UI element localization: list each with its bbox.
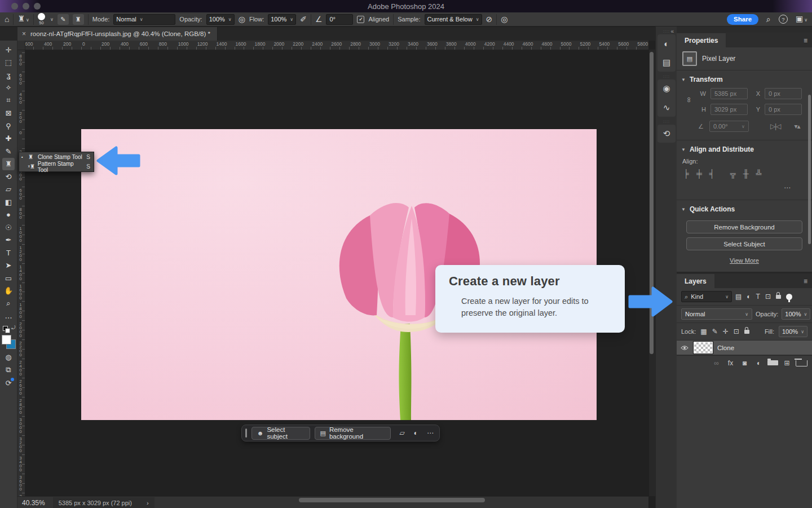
tool-spot-healing-brush[interactable]: ✚ <box>2 132 15 145</box>
tool-zoom[interactable]: ⌕ <box>2 297 15 310</box>
tool-clone-stamp[interactable]: ♜ <box>2 158 15 171</box>
tool-gradient[interactable]: ◧ <box>2 196 15 209</box>
lock-paint-icon[interactable]: ✎ <box>712 328 718 335</box>
filter-type-icon[interactable]: T <box>756 293 760 301</box>
panel-menu-icon[interactable]: ≡ <box>804 277 807 285</box>
tool-eyedropper[interactable]: ⚲ <box>2 120 15 132</box>
swap-colors-icon[interactable]: ⤾ <box>11 325 16 331</box>
clone-source-panel-icon[interactable]: ♜ <box>73 14 84 25</box>
taskbar-drag-handle[interactable] <box>245 429 247 438</box>
foreground-color-swatch[interactable] <box>2 335 11 344</box>
current-tool-icon[interactable]: ♜∨ <box>17 12 29 27</box>
layer-thumbnail[interactable] <box>694 342 713 354</box>
vertical-ruler[interactable]: 8006004002000200400600800100012001400160… <box>17 50 25 496</box>
flyout-item-pattern-stamp[interactable]: ˣ♜ Pattern Stamp Tool S <box>19 162 94 171</box>
default-colors-icon[interactable]: ⤾ <box>3 326 12 333</box>
sample-select[interactable]: Current & Below <box>425 14 482 25</box>
angle-select[interactable]: 0.00° ∨ <box>709 121 749 132</box>
airbrush-icon[interactable]: ✐ <box>300 12 307 26</box>
mode-select[interactable]: Normal <box>113 14 175 25</box>
transform-icon[interactable]: ▱ <box>400 429 405 437</box>
share-button[interactable]: Share <box>727 14 758 25</box>
brush-preset-picker[interactable]: 50 <box>38 13 45 25</box>
tool-lasso[interactable]: ʓ <box>2 69 15 82</box>
horizontal-scrollbar-thumb[interactable] <box>299 498 485 502</box>
pressure-size-icon[interactable]: ◎ <box>501 12 508 26</box>
align-right-icon[interactable]: ╡ <box>709 169 715 178</box>
workspace-icon[interactable]: ▣∨ <box>796 12 807 27</box>
layer-name[interactable]: Clone <box>717 344 734 351</box>
more-options-icon[interactable]: ⋯ <box>427 429 434 437</box>
lock-transparency-icon[interactable]: ▦ <box>700 328 707 335</box>
collapse-panels-icon[interactable]: « <box>670 28 674 34</box>
document-info[interactable]: 5385 px x 3029 px (72 ppi) › <box>53 497 155 508</box>
tab-properties[interactable]: Properties <box>677 33 726 47</box>
remove-background-button[interactable]: ▤ Remove background <box>315 427 391 440</box>
layer-row-clone[interactable]: Clone <box>677 341 812 355</box>
angle-input[interactable]: 0° <box>326 14 353 25</box>
view-more-link[interactable]: View More <box>677 257 812 264</box>
screen-mode-icon[interactable]: ⧉ <box>2 364 15 377</box>
tool-type[interactable]: T <box>2 246 15 259</box>
adjustments-icon[interactable]: ◐ <box>660 37 673 50</box>
quick-mask-icon[interactable]: ◍ <box>2 351 15 364</box>
tool-brush[interactable]: ✎ <box>2 145 15 158</box>
select-subject-button[interactable]: ☻ Select subject <box>251 427 310 440</box>
new-layer-icon[interactable]: ⊞ <box>782 359 792 367</box>
remove-background-quick-button[interactable]: Remove Background <box>686 220 802 233</box>
tool-eraser[interactable]: ▱ <box>2 183 15 196</box>
tool-rectangle[interactable]: ▭ <box>2 272 15 285</box>
tool-hand[interactable]: ✋ <box>2 285 15 298</box>
x-input[interactable]: 0 px <box>765 88 802 99</box>
tool-move[interactable]: ✛ <box>2 43 15 56</box>
transform-section-header[interactable]: ▼ Transform <box>677 70 812 87</box>
flow-select[interactable]: 100% <box>268 14 296 25</box>
tool-pen[interactable]: ✒ <box>2 234 15 247</box>
zoom-level-value[interactable]: 40.35% <box>22 499 45 507</box>
adjustment-layer-icon[interactable]: ◐ <box>753 359 764 367</box>
height-input[interactable]: 3029 px <box>710 104 748 115</box>
layer-fill-select[interactable]: 100% <box>779 326 807 337</box>
tool-dodge[interactable]: ☉ <box>2 221 15 234</box>
filter-shape-icon[interactable]: ⊡ <box>765 293 771 301</box>
color-icon[interactable]: ◉ <box>660 82 673 95</box>
filter-smart-object-icon[interactable] <box>776 295 781 299</box>
align-middle-v-icon[interactable]: ╫ <box>743 169 749 178</box>
panel-menu-icon[interactable]: ≡ <box>804 37 807 45</box>
search-icon[interactable]: ⌕ <box>766 12 771 26</box>
blend-mode-select[interactable]: Normal <box>681 308 752 320</box>
align-bottom-icon[interactable]: ╩ <box>756 169 762 178</box>
align-section-header[interactable]: ▼ Align and Distribute <box>677 140 812 157</box>
layer-opacity-select[interactable]: 100% <box>782 308 810 320</box>
lock-position-icon[interactable]: ✛ <box>723 328 729 335</box>
chevron-down-icon[interactable]: ∨ <box>50 17 54 22</box>
opacity-select[interactable]: 100% <box>206 14 235 25</box>
tool-object-selection[interactable]: ✧ <box>2 82 15 95</box>
libraries-icon[interactable]: ▤ <box>660 56 673 69</box>
align-more-icon[interactable]: ⋯ <box>677 179 812 197</box>
tool-rectangular-marquee[interactable]: ⬚ <box>2 56 15 69</box>
layer-effects-icon[interactable]: fx <box>725 359 736 367</box>
horizontal-ruler[interactable]: 6004002000200400600800100012001400160018… <box>17 41 648 50</box>
document-tab[interactable]: × roonz-nl-ATgfRqpFfFI-unsplash.jpg @ 40… <box>17 27 218 41</box>
filter-adjustment-icon[interactable]: ◐ <box>747 293 751 301</box>
close-tab-icon[interactable]: × <box>22 30 26 38</box>
tool-path-selection[interactable]: ➤ <box>2 259 15 272</box>
quick-actions-header[interactable]: ▼ Quick Actions <box>677 200 812 217</box>
select-subject-quick-button[interactable]: Select Subject <box>686 237 802 250</box>
ruler-origin-corner[interactable] <box>17 41 25 50</box>
lock-all-icon[interactable] <box>744 330 749 334</box>
tool-frame[interactable]: ⊠ <box>2 107 15 120</box>
y-input[interactable]: 0 px <box>765 104 802 115</box>
lock-artboard-icon[interactable]: ⊡ <box>734 328 739 335</box>
tool-blur[interactable]: ● <box>2 209 15 222</box>
paths-icon[interactable]: ∿ <box>660 101 673 114</box>
width-input[interactable]: 5385 px <box>710 88 748 99</box>
tool-crop[interactable]: ⌗ <box>2 94 15 107</box>
flip-horizontal-icon[interactable]: ▷|◁ <box>770 122 781 130</box>
filter-kind-select[interactable]: ⌕ Kind <box>681 291 732 302</box>
layer-mask-icon[interactable]: ◙ <box>739 359 750 367</box>
brush-settings-icon[interactable]: ✎ <box>58 14 69 25</box>
home-icon[interactable]: ⌂ <box>5 12 9 26</box>
align-left-icon[interactable]: ╞ <box>683 169 689 178</box>
